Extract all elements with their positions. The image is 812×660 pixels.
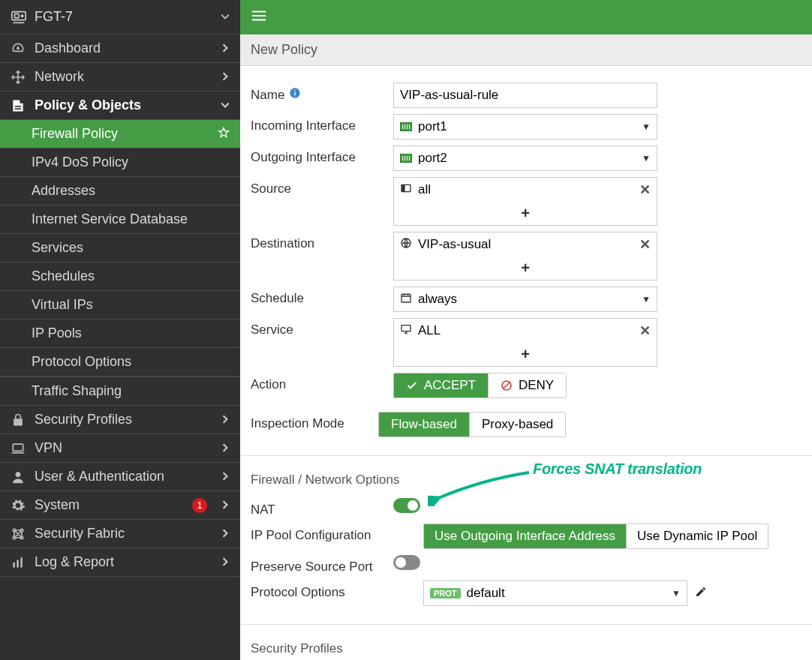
use-dynamic-pool-button[interactable]: Use Dynamic IP Pool bbox=[627, 524, 768, 548]
destination-value: VIP-as-usual bbox=[418, 237, 491, 252]
device-header[interactable]: FGT-7 bbox=[0, 0, 240, 34]
sidebar-item-label: IP Pools bbox=[32, 326, 230, 341]
service-box[interactable]: ALL ✕ + bbox=[393, 318, 657, 367]
svg-rect-19 bbox=[401, 184, 405, 191]
outgoing-interface-select[interactable]: port2 ▼ bbox=[393, 146, 657, 171]
nat-toggle[interactable] bbox=[393, 498, 420, 513]
remove-icon[interactable]: ✕ bbox=[639, 236, 651, 253]
svg-rect-1 bbox=[15, 14, 20, 18]
incoming-value: port1 bbox=[418, 119, 447, 134]
lock-icon bbox=[11, 412, 26, 428]
star-icon[interactable] bbox=[218, 127, 230, 142]
protocol-options-label: Protocol Options bbox=[251, 580, 423, 600]
svg-point-9 bbox=[20, 529, 23, 531]
flow-based-button[interactable]: Flow-based bbox=[379, 412, 470, 436]
svg-point-7 bbox=[16, 472, 21, 477]
svg-rect-22 bbox=[401, 325, 411, 331]
deny-button[interactable]: DENY bbox=[489, 374, 566, 398]
outgoing-label: Outgoing Interface bbox=[251, 146, 393, 165]
sidebar-item-system[interactable]: System 1 bbox=[0, 491, 240, 520]
remove-icon[interactable]: ✕ bbox=[639, 322, 651, 339]
accept-button[interactable]: ACCEPT bbox=[394, 374, 489, 398]
device-dropdown-icon[interactable] bbox=[221, 10, 230, 24]
topbar bbox=[240, 0, 812, 34]
chevron-right-icon bbox=[221, 527, 230, 541]
sidebar-item-dospolicy[interactable]: IPv4 DoS Policy bbox=[0, 148, 240, 177]
source-box[interactable]: all ✕ + bbox=[393, 177, 657, 226]
caret-down-icon: ▼ bbox=[642, 294, 651, 304]
svg-rect-4 bbox=[15, 108, 21, 110]
sidebar-item-dashboard[interactable]: Dashboard bbox=[0, 34, 240, 63]
laptop-icon bbox=[11, 441, 26, 456]
user-icon bbox=[11, 470, 26, 484]
svg-rect-21 bbox=[401, 294, 411, 302]
sidebar-item-label: Policy & Objects bbox=[35, 98, 212, 113]
destination-label: Destination bbox=[251, 232, 393, 251]
add-source[interactable]: + bbox=[394, 202, 657, 225]
chevron-right-icon bbox=[221, 442, 230, 455]
destination-box[interactable]: VIP-as-usual ✕ + bbox=[393, 232, 657, 280]
sidebar-item-label: IPv4 DoS Policy bbox=[32, 154, 230, 170]
hamburger-icon[interactable] bbox=[251, 8, 267, 27]
policy-icon bbox=[11, 98, 26, 113]
add-service[interactable]: + bbox=[394, 343, 657, 366]
protocol-options-select[interactable]: PROT default ▼ bbox=[423, 580, 687, 606]
sidebar-item-label: Security Fabric bbox=[35, 526, 212, 542]
device-logo-icon bbox=[11, 9, 27, 26]
proxy-based-button[interactable]: Proxy-based bbox=[470, 412, 565, 436]
preserve-label: Preserve Source Port bbox=[251, 555, 393, 574]
outgoing-value: port2 bbox=[418, 151, 447, 166]
chevron-down-icon bbox=[221, 99, 230, 112]
source-value: all bbox=[418, 182, 431, 197]
chevron-right-icon bbox=[221, 499, 230, 512]
sidebar-item-traffic[interactable]: Traffic Shaping bbox=[0, 377, 240, 406]
sidebar-item-label: Virtual IPs bbox=[32, 297, 230, 313]
ippool-label: IP Pool Configuration bbox=[251, 524, 423, 543]
sidebar-item-isdb[interactable]: Internet Service Database bbox=[0, 206, 240, 234]
sidebar-item-secprof[interactable]: Security Profiles bbox=[0, 406, 240, 434]
schedule-select[interactable]: always ▼ bbox=[393, 286, 657, 312]
sidebar-item-label: Traffic Shaping bbox=[32, 383, 230, 399]
chevron-right-icon bbox=[221, 42, 230, 56]
use-outgoing-address-button[interactable]: Use Outgoing Interface Address bbox=[424, 524, 627, 548]
sidebar-item-label: Dashboard bbox=[35, 40, 212, 56]
prot-badge: PROT bbox=[430, 588, 461, 598]
sidebar-item-policy[interactable]: Policy & Objects bbox=[0, 92, 240, 120]
service-value: ALL bbox=[418, 323, 441, 338]
badge: 1 bbox=[192, 498, 207, 513]
sidebar-item-fabric[interactable]: Security Fabric bbox=[0, 520, 240, 548]
svg-rect-16 bbox=[295, 92, 296, 96]
chevron-right-icon bbox=[221, 413, 230, 427]
service-label: Service bbox=[251, 318, 393, 338]
sidebar-item-userauth[interactable]: User & Authentication bbox=[0, 463, 240, 491]
sidebar-item-network[interactable]: Network bbox=[0, 63, 240, 92]
sidebar-item-ippools[interactable]: IP Pools bbox=[0, 320, 240, 348]
remove-icon[interactable]: ✕ bbox=[639, 182, 651, 198]
sidebar-item-label: Log & Report bbox=[35, 554, 212, 570]
sidebar-item-schedules[interactable]: Schedules bbox=[0, 262, 240, 291]
security-profiles-section-title: Security Profiles bbox=[251, 641, 801, 656]
content: Name Incoming Interface port1 ▼ bbox=[240, 66, 812, 660]
svg-point-11 bbox=[20, 536, 23, 538]
incoming-interface-select[interactable]: port1 ▼ bbox=[393, 114, 657, 140]
sidebar-item-fwpolicy[interactable]: Firewall Policy bbox=[0, 120, 240, 148]
nat-label: NAT bbox=[251, 498, 393, 518]
name-input[interactable] bbox=[393, 82, 657, 108]
edit-icon[interactable] bbox=[695, 586, 707, 601]
port-icon bbox=[400, 122, 412, 131]
info-icon[interactable] bbox=[289, 87, 301, 103]
preserve-source-port-toggle[interactable] bbox=[393, 555, 420, 570]
sidebar-item-vpn[interactable]: VPN bbox=[0, 434, 240, 463]
caret-down-icon: ▼ bbox=[642, 153, 651, 164]
sidebar-item-label: Services bbox=[32, 240, 230, 256]
sidebar-item-services[interactable]: Services bbox=[0, 234, 240, 262]
add-destination[interactable]: + bbox=[394, 256, 657, 280]
sidebar-item-log[interactable]: Log & Report bbox=[0, 548, 240, 577]
sidebar-item-vips[interactable]: Virtual IPs bbox=[0, 291, 240, 320]
source-label: Source bbox=[251, 177, 393, 196]
sidebar: FGT-7 Dashboard Network Policy & Objects bbox=[0, 0, 240, 660]
chevron-right-icon bbox=[221, 470, 230, 484]
sidebar-item-addresses[interactable]: Addresses bbox=[0, 177, 240, 206]
sidebar-item-protopts[interactable]: Protocol Options bbox=[0, 348, 240, 376]
device-name: FGT-7 bbox=[35, 9, 213, 25]
